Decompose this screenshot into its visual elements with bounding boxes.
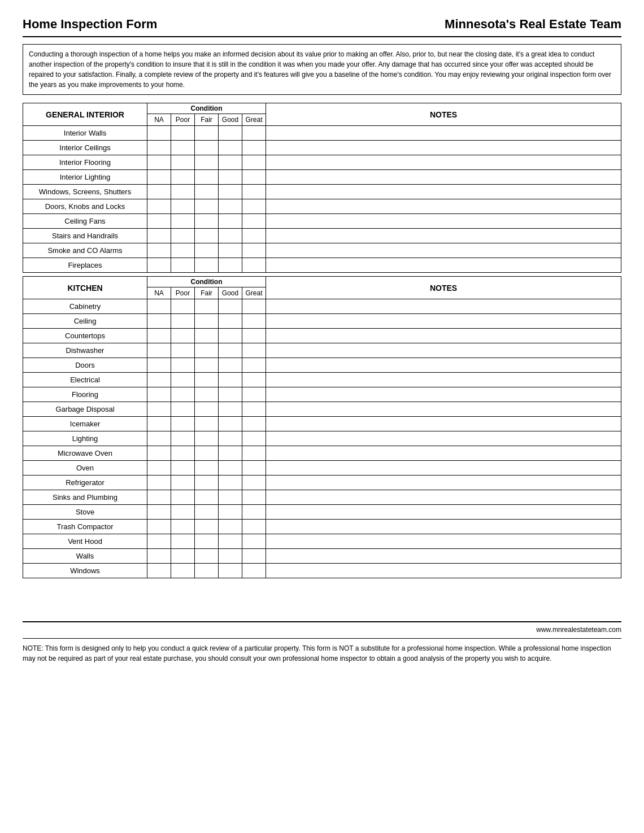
check-great[interactable]: [242, 505, 266, 520]
check-great[interactable]: [242, 402, 266, 417]
notes-field[interactable]: [266, 258, 621, 273]
check-na[interactable]: [147, 417, 171, 431]
check-great[interactable]: [242, 564, 266, 578]
check-great[interactable]: [242, 476, 266, 490]
check-great[interactable]: [242, 417, 266, 431]
check-great[interactable]: [242, 155, 266, 170]
check-na[interactable]: [147, 431, 171, 446]
check-good[interactable]: [219, 534, 242, 549]
check-poor[interactable]: [171, 446, 195, 461]
notes-field[interactable]: [266, 214, 621, 229]
check-na[interactable]: [147, 185, 171, 199]
check-na[interactable]: [147, 229, 171, 243]
check-good[interactable]: [219, 417, 242, 431]
check-poor[interactable]: [171, 358, 195, 373]
check-good[interactable]: [219, 446, 242, 461]
check-great[interactable]: [242, 446, 266, 461]
notes-field[interactable]: [266, 549, 621, 564]
check-good[interactable]: [219, 170, 242, 185]
check-fair[interactable]: [195, 358, 219, 373]
notes-field[interactable]: [266, 329, 621, 343]
check-good[interactable]: [219, 329, 242, 343]
check-good[interactable]: [219, 402, 242, 417]
check-great[interactable]: [242, 520, 266, 534]
check-good[interactable]: [219, 299, 242, 314]
check-poor[interactable]: [171, 299, 195, 314]
check-poor[interactable]: [171, 417, 195, 431]
notes-field[interactable]: [266, 446, 621, 461]
check-na[interactable]: [147, 387, 171, 402]
check-great[interactable]: [242, 387, 266, 402]
check-great[interactable]: [242, 258, 266, 273]
check-good[interactable]: [219, 126, 242, 141]
check-poor[interactable]: [171, 476, 195, 490]
check-good[interactable]: [219, 199, 242, 214]
check-fair[interactable]: [195, 387, 219, 402]
check-good[interactable]: [219, 549, 242, 564]
check-na[interactable]: [147, 329, 171, 343]
check-fair[interactable]: [195, 229, 219, 243]
check-poor[interactable]: [171, 505, 195, 520]
check-poor[interactable]: [171, 170, 195, 185]
check-good[interactable]: [219, 490, 242, 505]
check-na[interactable]: [147, 141, 171, 155]
check-poor[interactable]: [171, 549, 195, 564]
check-na[interactable]: [147, 564, 171, 578]
check-fair[interactable]: [195, 564, 219, 578]
check-great[interactable]: [242, 170, 266, 185]
check-great[interactable]: [242, 185, 266, 199]
check-poor[interactable]: [171, 520, 195, 534]
check-fair[interactable]: [195, 490, 219, 505]
check-good[interactable]: [219, 373, 242, 387]
check-great[interactable]: [242, 199, 266, 214]
notes-field[interactable]: [266, 387, 621, 402]
check-poor[interactable]: [171, 229, 195, 243]
check-great[interactable]: [242, 214, 266, 229]
check-poor[interactable]: [171, 387, 195, 402]
notes-field[interactable]: [266, 402, 621, 417]
check-great[interactable]: [242, 126, 266, 141]
check-great[interactable]: [242, 373, 266, 387]
check-na[interactable]: [147, 549, 171, 564]
check-fair[interactable]: [195, 461, 219, 476]
check-great[interactable]: [242, 534, 266, 549]
check-poor[interactable]: [171, 155, 195, 170]
check-good[interactable]: [219, 520, 242, 534]
notes-field[interactable]: [266, 520, 621, 534]
check-na[interactable]: [147, 243, 171, 258]
notes-field[interactable]: [266, 431, 621, 446]
check-good[interactable]: [219, 155, 242, 170]
check-na[interactable]: [147, 476, 171, 490]
check-na[interactable]: [147, 299, 171, 314]
check-poor[interactable]: [171, 461, 195, 476]
check-fair[interactable]: [195, 417, 219, 431]
check-great[interactable]: [242, 243, 266, 258]
check-great[interactable]: [242, 431, 266, 446]
check-good[interactable]: [219, 141, 242, 155]
notes-field[interactable]: [266, 505, 621, 520]
check-fair[interactable]: [195, 534, 219, 549]
notes-field[interactable]: [266, 141, 621, 155]
check-fair[interactable]: [195, 141, 219, 155]
check-fair[interactable]: [195, 170, 219, 185]
check-fair[interactable]: [195, 199, 219, 214]
check-na[interactable]: [147, 446, 171, 461]
check-poor[interactable]: [171, 141, 195, 155]
check-poor[interactable]: [171, 564, 195, 578]
check-na[interactable]: [147, 314, 171, 329]
check-good[interactable]: [219, 431, 242, 446]
check-good[interactable]: [219, 314, 242, 329]
check-fair[interactable]: [195, 258, 219, 273]
check-na[interactable]: [147, 214, 171, 229]
check-fair[interactable]: [195, 185, 219, 199]
notes-field[interactable]: [266, 314, 621, 329]
check-great[interactable]: [242, 329, 266, 343]
notes-field[interactable]: [266, 490, 621, 505]
check-great[interactable]: [242, 358, 266, 373]
check-poor[interactable]: [171, 214, 195, 229]
notes-field[interactable]: [266, 461, 621, 476]
check-great[interactable]: [242, 461, 266, 476]
check-good[interactable]: [219, 185, 242, 199]
check-poor[interactable]: [171, 329, 195, 343]
notes-field[interactable]: [266, 199, 621, 214]
